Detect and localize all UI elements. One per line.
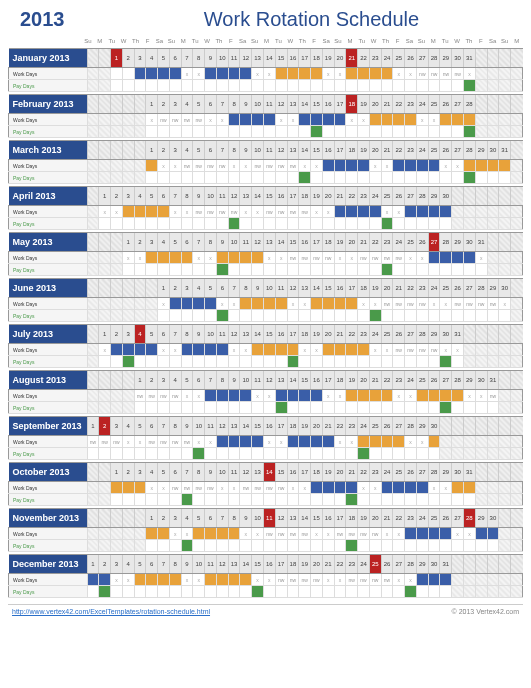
day-number-cell: 1 xyxy=(111,49,123,68)
pay-day-cell xyxy=(428,264,440,276)
pay-day-cell xyxy=(216,494,228,506)
day-number-cell: 9 xyxy=(240,509,252,528)
work-day-cell xyxy=(369,68,381,80)
pay-day-cell xyxy=(334,356,346,368)
work-day-cell xyxy=(464,574,476,586)
day-number-cell xyxy=(487,463,499,482)
pay-day-cell xyxy=(205,448,217,460)
work-day-cell: nw xyxy=(464,298,476,310)
pay-day-cell xyxy=(369,540,381,552)
work-day-cell: x xyxy=(381,206,393,218)
day-number-cell: 4 xyxy=(122,417,134,436)
day-number-cell xyxy=(122,141,134,160)
pay-day-cell xyxy=(487,218,499,230)
month-name: June 2013 xyxy=(9,279,88,298)
pay-day-cell xyxy=(369,126,381,138)
pay-day-cell xyxy=(216,586,228,598)
work-day-cell: nw xyxy=(440,68,452,80)
day-number-cell: 21 xyxy=(334,187,346,206)
pay-day-cell xyxy=(205,80,217,92)
work-day-cell: x xyxy=(358,114,370,126)
pay-day-cell xyxy=(369,448,381,460)
work-day-cell xyxy=(311,482,323,494)
work-day-cell xyxy=(111,68,123,80)
day-number-cell xyxy=(122,371,134,390)
pay-day-cell xyxy=(193,402,205,414)
pay-day-cell xyxy=(240,448,252,460)
work-day-cell: nw xyxy=(169,436,181,448)
pay-day-cell xyxy=(87,540,99,552)
pay-day-cell xyxy=(311,218,323,230)
pay-day-cell xyxy=(358,540,370,552)
day-number-cell: 17 xyxy=(346,279,358,298)
pay-day-cell xyxy=(87,310,99,322)
work-day-cell xyxy=(134,68,146,80)
work-day-cell: x xyxy=(134,436,146,448)
day-number-cell: 1 xyxy=(99,187,111,206)
pay-day-cell xyxy=(358,218,370,230)
day-number-cell xyxy=(511,417,523,436)
work-day-cell: x xyxy=(311,206,323,218)
dow-cell: Tu xyxy=(439,35,451,46)
day-number-cell: 1 xyxy=(134,371,146,390)
pay-day-cell xyxy=(205,540,217,552)
day-number-cell: 30 xyxy=(428,555,440,574)
work-day-cell xyxy=(499,574,511,586)
day-number-cell xyxy=(99,279,111,298)
day-number-cell: 28 xyxy=(428,49,440,68)
day-number-cell: 21 xyxy=(393,279,405,298)
work-day-cell xyxy=(122,114,134,126)
work-day-cell xyxy=(134,298,146,310)
pay-day-cell xyxy=(428,172,440,184)
pay-day-cell xyxy=(146,586,158,598)
pay-day-cell xyxy=(322,80,334,92)
day-number-cell: 19 xyxy=(346,371,358,390)
day-number-cell: 26 xyxy=(428,371,440,390)
pay-day-cell xyxy=(428,494,440,506)
pay-day-cell xyxy=(205,402,217,414)
work-day-cell xyxy=(87,114,99,126)
pay-day-cell xyxy=(275,80,287,92)
dow-cell: W xyxy=(201,35,213,46)
source-link[interactable]: http://www.vertex42.com/ExcelTemplates/r… xyxy=(12,608,210,615)
day-number-cell: 30 xyxy=(475,371,487,390)
day-number-cell: 28 xyxy=(428,463,440,482)
day-number-cell: 8 xyxy=(228,141,240,160)
pay-day-cell xyxy=(181,356,193,368)
work-day-cell xyxy=(216,252,228,264)
work-day-cell: x xyxy=(322,206,334,218)
day-number-cell: 18 xyxy=(299,325,311,344)
dow-cell: Th xyxy=(213,35,225,46)
work-day-cell: x xyxy=(287,114,299,126)
day-number-cell: 1 xyxy=(146,141,158,160)
day-number-cell: 12 xyxy=(263,371,275,390)
pay-day-cell xyxy=(475,172,487,184)
work-day-cell: x xyxy=(381,160,393,172)
pay-day-cell xyxy=(146,494,158,506)
work-day-cell xyxy=(158,528,170,540)
work-day-cell: x xyxy=(99,344,111,356)
work-day-cell: x xyxy=(393,574,405,586)
day-number-cell: 28 xyxy=(475,279,487,298)
pay-day-cell xyxy=(122,126,134,138)
work-day-cell: x xyxy=(440,344,452,356)
work-day-cell: x xyxy=(369,160,381,172)
day-number-cell: 11 xyxy=(240,233,252,252)
work-day-cell: x xyxy=(452,344,464,356)
pay-day-cell xyxy=(299,540,311,552)
work-day-cell xyxy=(405,114,417,126)
day-number-cell xyxy=(99,463,111,482)
pay-day-cell xyxy=(346,264,358,276)
day-number-cell: 21 xyxy=(346,463,358,482)
pay-day-cell xyxy=(134,126,146,138)
work-day-cell xyxy=(287,344,299,356)
work-day-cell xyxy=(111,390,123,402)
pay-day-cell xyxy=(87,264,99,276)
day-number-cell xyxy=(464,417,476,436)
day-number-cell: 1 xyxy=(158,279,170,298)
pay-day-cell xyxy=(252,540,264,552)
pay-day-cell xyxy=(428,80,440,92)
work-day-cell xyxy=(193,344,205,356)
day-number-cell: 14 xyxy=(299,141,311,160)
pay-day-cell xyxy=(181,310,193,322)
